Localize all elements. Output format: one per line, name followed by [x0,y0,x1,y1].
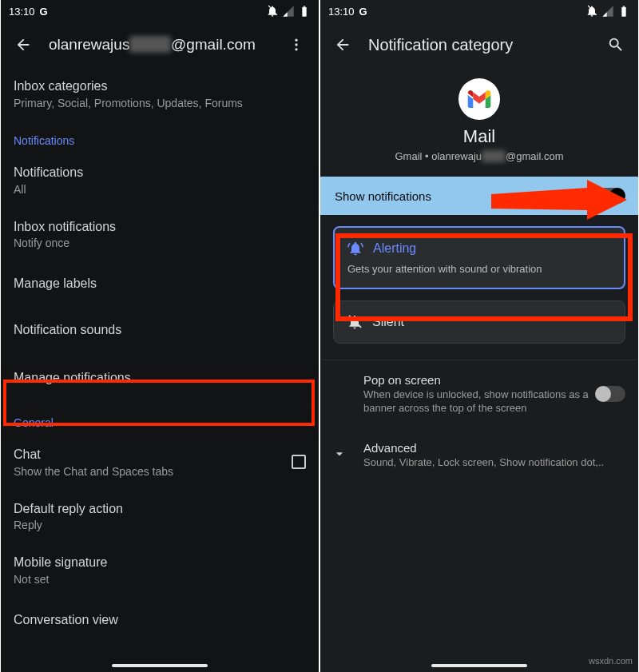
app-name: Mail [463,126,495,147]
overflow-button[interactable] [280,29,312,61]
advanced-title: Advanced [363,441,625,455]
status-bar: 13:10 G [1,0,319,22]
bell-ring-icon [347,241,363,256]
gmail-icon [458,78,500,120]
appbar: olanrewajusxxxxx@gmail.com [1,22,319,67]
arrow-back-icon [334,36,351,54]
back-button[interactable] [7,29,39,61]
arrow-back-icon [14,36,32,54]
svg-point-2 [295,48,297,50]
svg-point-1 [295,43,297,46]
pop-toggle[interactable] [597,386,625,402]
google-badge: G [40,6,48,18]
alerting-label: Alerting [373,241,416,256]
nav-handle[interactable] [112,664,208,667]
show-notifications-label: Show notifications [335,189,431,203]
svg-point-0 [295,39,297,42]
notification-sounds-row[interactable]: Notification sounds [1,308,319,354]
chat-row[interactable]: Chat Show the Chat and Spaces tabs [1,435,319,490]
battery-icon [617,5,630,18]
bell-off-icon [347,314,363,330]
app-subtext: Gmail • olanrewajuxxxx@gmail.com [395,150,563,162]
account-email: olanrewajusxxxxx@gmail.com [49,36,271,54]
clock: 13:10 [328,6,355,18]
right-screen: 13:10 G Notification category Mail Gmail… [320,0,638,672]
silent-label: Silent [372,315,404,329]
silent-option[interactable]: Silent [333,300,625,344]
chat-checkbox[interactable] [292,455,306,469]
google-badge: G [359,6,367,18]
show-notifications-toggle[interactable] [595,188,624,204]
signal-icon [282,5,295,18]
search-icon [607,36,625,54]
pop-desc: When device is unlocked, show notificati… [363,388,597,416]
chevron-down-icon [331,446,347,462]
inbox-categories-row[interactable]: Inbox categories Primary, Social, Promot… [1,67,319,121]
page-title: Notification category [368,36,590,54]
status-icons [585,5,630,18]
notif-category-content: Mail Gmail • olanrewajuxxxx@gmail.com Sh… [320,67,638,672]
left-screen: 13:10 G olanrewajusxxxxx@gmail.com Inbox… [1,0,319,672]
pop-title: Pop on screen [363,373,597,387]
alerting-desc: Gets your attention with sound or vibrat… [347,263,611,275]
clock: 13:10 [9,6,35,18]
general-header: General [1,404,319,435]
default-reply-row[interactable]: Default reply action Reply [1,490,319,544]
advanced-row[interactable]: Advanced Sound, Vibrate, Lock screen, Sh… [320,428,638,483]
alerting-option[interactable]: Alerting Gets your attention with sound … [333,226,625,289]
battery-icon [298,5,311,18]
app-header: Mail Gmail • olanrewajuxxxx@gmail.com [320,67,638,177]
dnd-icon [585,5,598,18]
settings-list: Inbox categories Primary, Social, Promot… [1,67,319,672]
signature-row[interactable]: Mobile signature Not set [1,543,319,598]
nav-handle[interactable] [431,664,527,667]
notifications-row[interactable]: Notifications All [1,153,319,208]
search-button[interactable] [600,29,632,61]
manage-notifications-row[interactable]: Manage notifications [1,354,319,404]
status-icons [266,5,311,18]
pop-on-screen-row[interactable]: Pop on screen When device is unlocked, s… [320,360,638,428]
manage-labels-row[interactable]: Manage labels [1,261,319,308]
conversation-view-row[interactable]: Conversation view [1,598,319,644]
inbox-notifications-row[interactable]: Inbox notifications Notify once [1,208,319,262]
notifications-header: Notifications [1,121,319,153]
watermark: wsxdn.com [589,656,633,666]
expand-icon [331,446,347,465]
more-vert-icon [288,37,304,53]
back-button[interactable] [327,29,359,61]
status-bar: 13:10 G [320,0,638,22]
signal-icon [601,5,614,18]
appbar: Notification category [320,22,638,67]
advanced-desc: Sound, Vibrate, Lock screen, Show notifi… [363,456,625,470]
show-notifications-row[interactable]: Show notifications [320,177,638,215]
dnd-icon [266,5,279,18]
